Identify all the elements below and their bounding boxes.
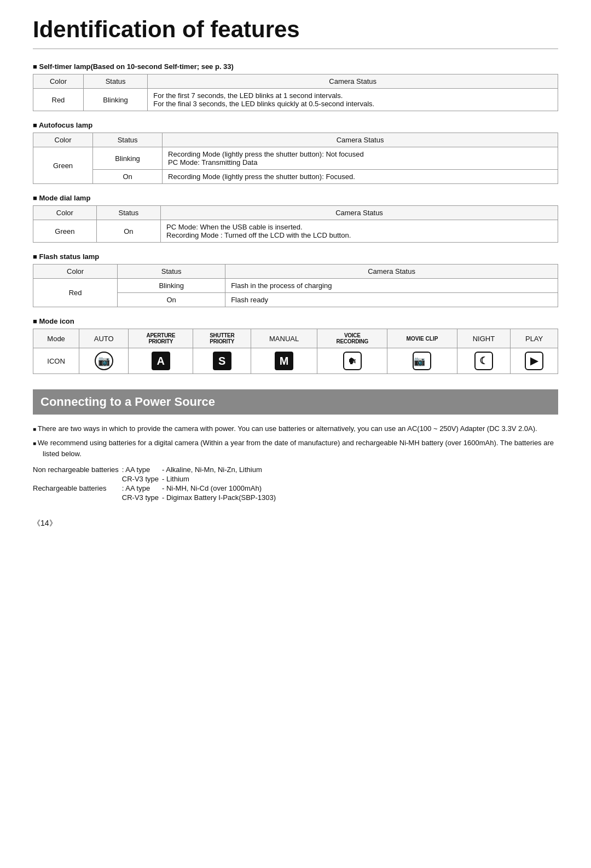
table-row: Green Blinking Recording Mode (lightly p…: [33, 147, 558, 170]
icon-manual: M: [251, 348, 317, 374]
status-on: On: [96, 220, 160, 243]
self-timer-heading: Self-timer lamp(Based on 10-second Self-…: [33, 62, 558, 71]
bullet-1: There are two ways in which to provide t…: [33, 423, 558, 434]
icon-label: ICON: [33, 348, 79, 374]
battery-cr2: CR-V3 type: [122, 493, 162, 502]
bullet-2: We recommend using batteries for a digit…: [33, 438, 558, 459]
color-red: Red: [33, 279, 118, 307]
col-camera-status: Camera Status: [148, 74, 558, 89]
mode-header-voice: VOICERECORDING: [317, 329, 387, 348]
connecting-heading: Connecting to a Power Source: [33, 389, 558, 415]
table-row: Red Blinking Flash in the process of cha…: [33, 279, 558, 293]
mode-header-manual: MANUAL: [251, 329, 317, 348]
mode-header-auto: AUTO: [79, 329, 129, 348]
battery-aa1: : AA type: [122, 465, 162, 474]
battery-row-rechargeable-aa: Rechargeable batteries : AA type - Ni-MH…: [33, 484, 279, 493]
autofocus-heading: Autofocus lamp: [33, 121, 558, 129]
icon-shutter: S: [193, 348, 251, 374]
col-camera-status: Camera Status: [163, 133, 558, 147]
mode-dial-table: Color Status Camera Status Green On PC M…: [33, 205, 558, 243]
battery-row-nonrechargeable-aa: Non rechargeable batteries : AA type - A…: [33, 465, 279, 474]
flash-status-table: Color Status Camera Status Red Blinking …: [33, 264, 558, 307]
icon-auto: 📷: [79, 348, 129, 374]
self-timer-table: Color Status Camera Status Red Blinking …: [33, 74, 558, 111]
icon-movie: 📷: [387, 348, 457, 374]
battery-row-rechargeable-cr: CR-V3 type - Digimax Battery I-Pack(SBP-…: [33, 493, 279, 502]
connecting-bullets: There are two ways in which to provide t…: [33, 423, 558, 459]
status-blinking: Blinking: [93, 147, 163, 170]
mode-header-mode: Mode: [33, 329, 79, 348]
battery-cr2-desc: - Digimax Battery I-Pack(SBP-1303): [162, 493, 279, 502]
icon-row: ICON 📷 A S M 🗣 📷 ☾ ▶: [33, 348, 558, 374]
camera-status-detail: PC Mode: When the USB cable is inserted.…: [161, 220, 558, 243]
autofocus-table: Color Status Camera Status Green Blinkin…: [33, 133, 558, 184]
camera-status-detail: Flash ready: [225, 293, 558, 307]
table-row: Red Blinking For the first 7 seconds, th…: [33, 89, 558, 111]
status-blinking: Blinking: [118, 279, 225, 293]
mode-header-shutter: SHUTTERPRIORITY: [193, 329, 251, 348]
col-camera-status: Camera Status: [225, 265, 558, 279]
mode-icon-heading: Mode icon: [33, 317, 558, 325]
table-row: On Recording Mode (lightly press the shu…: [33, 170, 558, 184]
mode-header-play: PLAY: [511, 329, 558, 348]
col-color: Color: [33, 74, 84, 89]
col-color: Color: [33, 265, 118, 279]
col-status: Status: [83, 74, 147, 89]
mode-header-movie: MOVIE CLIP: [387, 329, 457, 348]
battery-table: Non rechargeable batteries : AA type - A…: [33, 465, 279, 502]
icon-aperture: A: [129, 348, 193, 374]
battery-aa1-desc: - Alkaline, Ni-Mn, Ni-Zn, Lithium: [162, 465, 279, 474]
page-number: 《14》: [33, 519, 558, 528]
mode-icon-table: Mode AUTO APERTUREPRIORITY SHUTTERPRIORI…: [33, 329, 558, 374]
color-green: Green: [33, 220, 97, 243]
color-green: Green: [33, 147, 93, 184]
col-camera-status: Camera Status: [161, 206, 558, 220]
icon-play: ▶: [511, 348, 558, 374]
camera-status-detail: Recording Mode (lightly press the shutte…: [163, 147, 558, 170]
status-on: On: [118, 293, 225, 307]
status-on: On: [93, 170, 163, 184]
col-color: Color: [33, 206, 97, 220]
battery-cr1-desc: - Lithium: [162, 474, 279, 484]
table-row: Green On PC Mode: When the USB cable is …: [33, 220, 558, 243]
battery-row-nonrechargeable-cr: CR-V3 type - Lithium: [33, 474, 279, 484]
mode-header-aperture: APERTUREPRIORITY: [129, 329, 193, 348]
col-color: Color: [33, 133, 93, 147]
mode-header-night: NIGHT: [457, 329, 511, 348]
col-status: Status: [96, 206, 160, 220]
status-blinking: Blinking: [83, 89, 147, 111]
mode-dial-heading: Mode dial lamp: [33, 194, 558, 202]
camera-status-detail: Flash in the process of charging: [225, 279, 558, 293]
battery-cr1: CR-V3 type: [122, 474, 162, 484]
battery-aa2: : AA type: [122, 484, 162, 493]
camera-status-detail: For the first 7 seconds, the LED blinks …: [148, 89, 558, 111]
col-status: Status: [93, 133, 163, 147]
col-status: Status: [118, 265, 225, 279]
icon-voice: 🗣: [317, 348, 387, 374]
page-title: Identification of features: [33, 16, 558, 49]
flash-status-heading: Flash status lamp: [33, 252, 558, 261]
battery-label-nonrechargeable: Non rechargeable batteries: [33, 465, 122, 474]
battery-aa2-desc: - Ni-MH, Ni-Cd (over 1000mAh): [162, 484, 279, 493]
battery-label-rechargeable: Rechargeable batteries: [33, 484, 122, 493]
color-red: Red: [33, 89, 84, 111]
icon-night: ☾: [457, 348, 511, 374]
camera-status-detail: Recording Mode (lightly press the shutte…: [163, 170, 558, 184]
